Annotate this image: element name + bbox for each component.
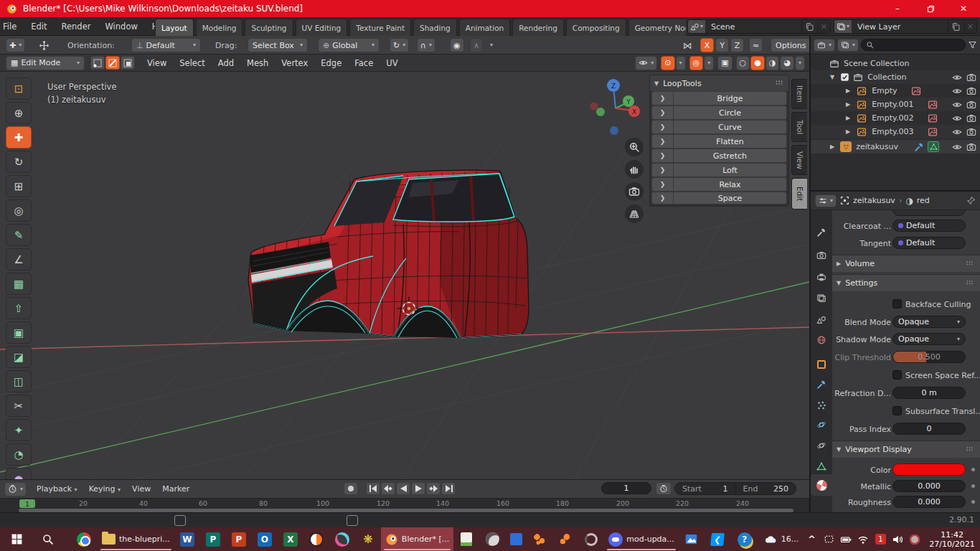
scene-name[interactable]: Scene	[705, 20, 801, 33]
hide-eye-icon[interactable]	[952, 72, 962, 83]
start-button[interactable]	[0, 527, 33, 551]
taskbar-excel[interactable]: X	[278, 527, 303, 551]
mirror-z-button[interactable]: Z	[730, 38, 744, 52]
overlays-toggle[interactable]: ◎	[689, 56, 704, 70]
color-swatch[interactable]	[892, 463, 966, 476]
gizmo-x-negative[interactable]	[590, 103, 598, 110]
select-box-tool[interactable]: ⊡	[6, 77, 32, 100]
taskbar-app-circle[interactable]	[303, 527, 329, 551]
tab-sculpting[interactable]: Sculpting	[245, 19, 293, 36]
render-camera-icon[interactable]	[966, 72, 976, 83]
face-menu[interactable]: Face	[348, 58, 380, 68]
vertex-menu[interactable]: Vertex	[275, 58, 314, 68]
minimize-button[interactable]: –	[881, 0, 914, 17]
marker-menu[interactable]: Marker	[156, 484, 195, 494]
taskbar-explorer-window[interactable]: the-bluepri...	[98, 527, 174, 551]
edge-menu[interactable]: Edge	[314, 58, 348, 68]
drag-handle-icon[interactable]	[774, 78, 784, 88]
taskbar-help[interactable]: ?	[730, 527, 759, 551]
collection-label[interactable]: Collection	[867, 72, 906, 82]
render-camera-icon[interactable]	[966, 113, 976, 123]
gizmos-toggle[interactable]: ⊙	[661, 56, 674, 70]
hide-eye-icon[interactable]	[952, 142, 962, 152]
tray-clock[interactable]: 11:42 27/10/2021	[923, 530, 980, 549]
bridge-expand-button[interactable]: ❯	[651, 91, 674, 105]
shading-dropdown[interactable]: ▾	[795, 56, 805, 70]
gizmo-z-negative[interactable]	[610, 126, 618, 135]
roughness-field[interactable]: 0.000	[892, 496, 966, 508]
status-app-icon[interactable]	[174, 515, 186, 526]
navigation-gizmo[interactable]: Z Y X	[587, 75, 653, 141]
menu-file[interactable]: File	[0, 22, 23, 32]
flatten-button[interactable]: Flatten	[674, 134, 787, 149]
clearcoat-default-button[interactable]: Default	[892, 220, 966, 232]
empty-001-label[interactable]: Empty.001	[872, 100, 913, 109]
playback-menu[interactable]: Playback ▾	[31, 484, 83, 494]
taskbar-powerpoint[interactable]: P	[226, 527, 252, 551]
drag-dropdown[interactable]: Select Box▾	[248, 38, 308, 52]
rotate-tool[interactable]: ↻	[6, 151, 32, 173]
shading-rendered-button[interactable]: ◕	[780, 56, 794, 70]
space-expand-button[interactable]: ❯	[651, 192, 674, 204]
backface-culling-checkbox[interactable]	[892, 299, 902, 309]
face-select-button[interactable]	[121, 56, 135, 70]
breadcrumb-object-name[interactable]: zeitakusuv	[853, 196, 895, 205]
edge-select-button[interactable]	[105, 56, 120, 70]
tray-blocked-icon[interactable]	[906, 527, 923, 551]
circle-button[interactable]: Circle	[674, 105, 787, 120]
outliner-row-collection[interactable]: ▼ Collection	[811, 70, 980, 84]
settings-section-header[interactable]: ▼Settings	[832, 274, 980, 291]
timeline-ruler[interactable]: 1 20 40 60 80 100 120 140 160 180 200 22…	[0, 498, 809, 508]
pin-icon[interactable]	[966, 196, 976, 205]
tab-animation[interactable]: Animation	[459, 19, 511, 36]
spin-tool[interactable]: ◔	[6, 443, 32, 466]
tab-compositing[interactable]: Compositing	[566, 19, 626, 36]
menu-render[interactable]: Render	[55, 22, 98, 32]
menu-window[interactable]: Window	[98, 22, 143, 32]
gstretch-button[interactable]: Gstretch	[674, 149, 787, 163]
add-cube-tool[interactable]: ▦	[6, 273, 32, 295]
end-frame-field[interactable]: End250	[736, 484, 796, 494]
mesh-menu[interactable]: Mesh	[240, 58, 275, 68]
outliner-display-mode-button[interactable]: ▾	[837, 39, 859, 52]
empty-label[interactable]: Empty	[872, 86, 897, 95]
keying-menu[interactable]: Keying ▾	[83, 484, 126, 494]
tab-rendering[interactable]: Rendering	[512, 19, 564, 36]
relax-button[interactable]: Relax	[674, 177, 787, 192]
tangent-default-button[interactable]: Default	[892, 237, 966, 249]
tab-texture-paint[interactable]: Texture Paint	[349, 19, 411, 36]
extrude-tool[interactable]: ⇧	[6, 297, 32, 319]
tray-battery-icon[interactable]	[837, 527, 854, 551]
gizmos-dropdown[interactable]: ▾	[676, 56, 686, 70]
outliner-row-zeitakusuv[interactable]: ▶ ▽ zeitakusuv	[811, 140, 980, 154]
metallic-field[interactable]: 0.000	[892, 480, 966, 492]
active-tool-dropdown[interactable]: ✚▾	[6, 38, 25, 52]
gstretch-expand-button[interactable]: ❯	[651, 149, 674, 163]
timeline-view-menu[interactable]: View	[126, 484, 156, 494]
auto-keying-button[interactable]	[344, 482, 358, 495]
xray-toggle[interactable]: ▣	[717, 56, 732, 70]
tab-uv-editing[interactable]: UV Editing	[296, 19, 348, 36]
tray-chevron-icon[interactable]: ^	[803, 527, 820, 551]
properties-tab-material[interactable]	[811, 474, 832, 496]
taskbar-chrome[interactable]	[70, 527, 98, 551]
loft-button[interactable]: Loft	[674, 163, 787, 177]
mirror-x-button[interactable]: X	[700, 38, 714, 52]
knife-tool[interactable]: ✂	[6, 395, 32, 417]
scale-tool[interactable]: ⊞	[6, 175, 32, 197]
mode-dropdown[interactable]: ▦Edit Mode▾	[6, 56, 85, 70]
view-layer-name[interactable]: View Layer	[852, 20, 948, 33]
show-object-types-dropdown[interactable]: ▾	[635, 56, 657, 70]
loop-cut-tool[interactable]: ◫	[6, 370, 32, 392]
expand-caret[interactable]: ▶	[846, 128, 850, 135]
vertex-select-button[interactable]	[90, 56, 105, 70]
move-tool[interactable]: ✚	[6, 126, 32, 149]
hide-eye-icon[interactable]	[952, 113, 962, 123]
outliner-search-input[interactable]	[861, 39, 966, 51]
collection-checkbox[interactable]	[840, 72, 849, 82]
annotate-tool[interactable]: ✎	[6, 224, 32, 246]
next-keyframe-button[interactable]	[426, 482, 440, 495]
pass-index-field[interactable]: 0	[892, 423, 966, 435]
hide-eye-icon[interactable]	[952, 86, 962, 96]
taskbar-app-splat[interactable]: ❋	[355, 527, 381, 551]
